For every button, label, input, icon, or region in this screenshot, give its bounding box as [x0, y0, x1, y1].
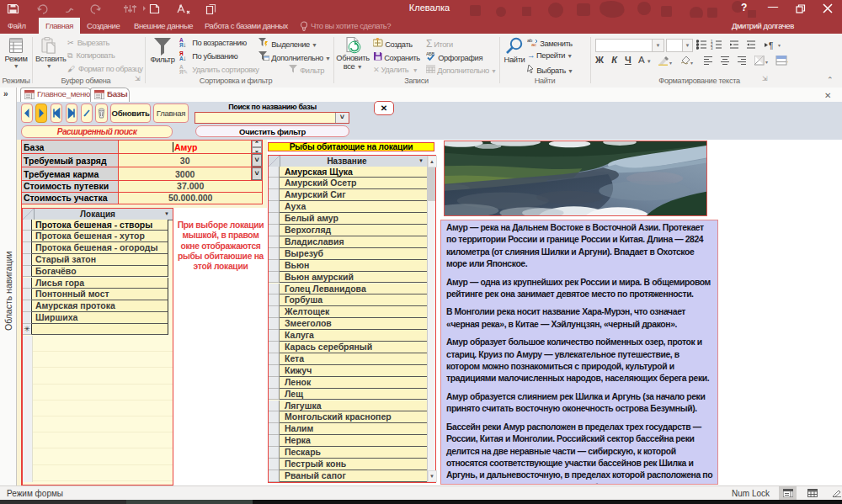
- svg-text:¶: ¶: [769, 41, 773, 50]
- svg-text:▾: ▾: [778, 43, 781, 48]
- svg-text:▾: ▾: [690, 61, 693, 66]
- svg-text:▾: ▾: [669, 61, 672, 66]
- svg-text:3: 3: [711, 46, 713, 50]
- svg-text:▾: ▾: [765, 60, 768, 65]
- svg-text:▾: ▾: [788, 60, 789, 65]
